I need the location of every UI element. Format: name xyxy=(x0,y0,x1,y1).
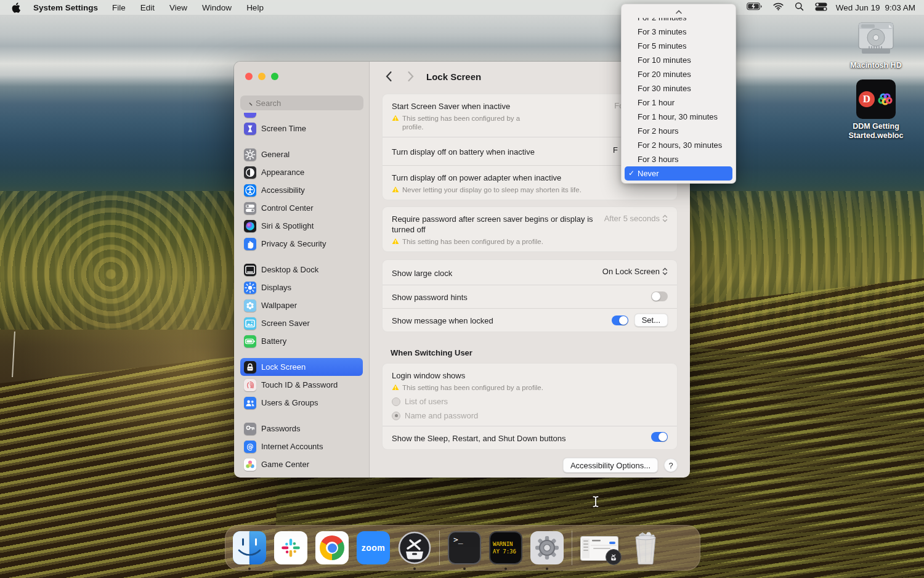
general-icon xyxy=(244,149,256,161)
login-window-row: Login window shows This setting has been… xyxy=(383,364,677,426)
close-button[interactable] xyxy=(245,73,253,80)
passwords-key-icon xyxy=(244,423,256,435)
menubar-window[interactable]: Window xyxy=(195,3,238,12)
menu-item-for-20-minutes[interactable]: For 20 minutes xyxy=(622,67,736,81)
profile-warning: This setting has been configured by a pr… xyxy=(392,237,668,246)
dock-terminal[interactable]: >_ xyxy=(448,531,481,564)
sidebar-item-wallpaper[interactable]: Wallpaper xyxy=(240,296,363,314)
sidebar-item-control-center[interactable]: Control Center xyxy=(240,199,363,217)
dock-app-store[interactable] xyxy=(398,531,431,564)
clock-hints-message-card: Show large clock On Lock Screen Show pas… xyxy=(382,259,678,332)
set-message-button[interactable]: Set... xyxy=(634,314,668,327)
search-input[interactable] xyxy=(256,99,354,108)
battery-display-select[interactable]: F xyxy=(613,145,618,155)
minimize-button[interactable] xyxy=(258,73,265,80)
spotlight-search-icon[interactable] xyxy=(795,2,804,13)
back-button[interactable] xyxy=(382,70,395,83)
dock-chrome[interactable] xyxy=(315,531,349,564)
sidebar-item-battery[interactable]: Battery xyxy=(240,332,363,350)
menu-item-for-30-minutes[interactable]: For 30 minutes xyxy=(622,81,736,96)
wifi-icon[interactable] xyxy=(773,2,784,12)
menu-item-for-10-minutes[interactable]: For 10 minutes xyxy=(622,53,736,67)
radio-name-and-password[interactable]: Name and password xyxy=(392,411,668,420)
sidebar-item-passwords[interactable]: Passwords xyxy=(240,420,363,438)
dock-trash[interactable] xyxy=(629,531,662,564)
sidebar-item-appearance[interactable]: Appearance xyxy=(240,163,363,181)
menubar-clock[interactable]: Wed Jun 19 9:03 AM xyxy=(836,3,915,12)
wallpaper-flower-icon xyxy=(244,299,256,312)
minimized-window-thumbnail xyxy=(580,536,618,561)
sidebar-item-touch-id[interactable]: Touch ID & Password xyxy=(240,376,363,394)
hard-drive-icon xyxy=(857,21,895,58)
help-button[interactable]: ? xyxy=(664,458,678,472)
control-center-icon xyxy=(244,202,256,214)
dock-zoom[interactable]: zoom xyxy=(357,531,390,564)
password-hints-row: Show password hints xyxy=(383,285,677,308)
sidebar-item-lock-screen[interactable]: Lock Screen xyxy=(240,358,363,376)
menu-item-for-2-hours-30-minutes[interactable]: For 2 hours, 30 minutes xyxy=(622,138,736,152)
sidebar-item-accessibility[interactable]: Accessibility xyxy=(240,181,363,199)
sidebar-item-desktop-dock[interactable]: Desktop & Dock xyxy=(240,261,363,279)
menu-item-never[interactable]: ✓ Never xyxy=(625,166,732,181)
sidebar-item-internet-accounts[interactable]: @ Internet Accounts xyxy=(240,438,363,455)
menubar-date: Wed Jun 19 xyxy=(836,3,880,12)
menubar-app-name[interactable]: System Settings xyxy=(27,3,104,12)
large-clock-select[interactable]: On Lock Screen xyxy=(602,267,668,276)
search-icon xyxy=(245,97,253,108)
profile-warning: This setting has been configured by a pr… xyxy=(392,114,530,131)
menu-item-for-2-hours[interactable]: For 2 hours xyxy=(622,124,736,138)
menu-scroll-up[interactable] xyxy=(622,5,735,18)
dock-terminal-warning[interactable]: WARNIN AY 7:36 xyxy=(489,531,522,564)
sidebar-item-game-center[interactable]: Game Center xyxy=(240,455,363,473)
dock-finder[interactable] xyxy=(233,531,266,564)
sidebar-item-screen-saver[interactable]: Screen Saver xyxy=(240,314,363,332)
desktop-icon-macintosh-hd[interactable]: Macintosh HD xyxy=(837,21,915,71)
menu-item-for-3-hours[interactable]: For 3 hours xyxy=(622,152,736,166)
battery-icon xyxy=(244,335,256,348)
chrome-icon xyxy=(315,531,349,564)
radio-list-of-users[interactable]: List of users xyxy=(392,397,668,406)
updown-chevron-icon xyxy=(662,267,668,275)
sidebar-item-general[interactable]: General xyxy=(240,145,363,163)
sidebar-item-privacy-security[interactable]: Privacy & Security xyxy=(240,235,363,253)
apple-menu-icon[interactable] xyxy=(5,2,26,13)
password-hints-toggle[interactable] xyxy=(651,291,668,301)
sidebar-search[interactable] xyxy=(240,96,363,110)
locked-message-row: Show message when locked Set... xyxy=(383,308,677,332)
dock-minimized-window[interactable] xyxy=(580,531,621,564)
checkmark-icon: ✓ xyxy=(628,166,634,181)
sidebar-item-partial[interactable] xyxy=(240,113,363,119)
touch-id-icon xyxy=(244,379,256,391)
dock-system-settings[interactable] xyxy=(530,531,564,564)
siri-icon xyxy=(244,220,256,232)
menu-item-for-5-minutes[interactable]: For 5 minutes xyxy=(622,39,736,53)
sidebar-item-displays[interactable]: Displays xyxy=(240,279,363,296)
menubar-edit[interactable]: Edit xyxy=(134,3,161,12)
zoom-button[interactable] xyxy=(271,73,278,80)
dock-slack[interactable] xyxy=(274,531,307,564)
internet-accounts-icon: @ xyxy=(244,441,256,453)
menu-item-for-1-hour[interactable]: For 1 hour xyxy=(622,96,736,110)
menubar-view[interactable]: View xyxy=(163,3,194,12)
battery-charging-icon[interactable] xyxy=(747,2,762,12)
menu-item-for-1-hour-30-minutes[interactable]: For 1 hour, 30 minutes xyxy=(622,110,736,124)
menubar-help[interactable]: Help xyxy=(240,3,270,12)
sidebar-item-siri-spotlight[interactable]: Siri & Spotlight xyxy=(240,217,363,235)
warning-icon xyxy=(392,115,399,121)
control-center-icon[interactable] xyxy=(815,2,827,13)
sidebar-item-screen-time[interactable]: Screen Time xyxy=(240,120,363,137)
accessibility-options-button[interactable]: Accessibility Options... xyxy=(563,458,658,473)
menu-item-for-3-minutes[interactable]: For 3 minutes xyxy=(622,25,736,39)
dock-separator xyxy=(439,531,440,565)
pane-footer: Accessibility Options... ? xyxy=(382,458,678,473)
locked-message-toggle[interactable] xyxy=(612,315,628,325)
forward-button[interactable] xyxy=(404,70,418,83)
section-title: When Switching User xyxy=(391,348,678,357)
desktop-icon-ddm-webloc[interactable]: D DDM Getting Started.webloc xyxy=(837,79,915,141)
sidebar-item-users-groups[interactable]: Users & Groups xyxy=(240,394,363,412)
dock-separator xyxy=(572,531,572,565)
game-center-icon xyxy=(244,458,256,471)
menubar-file[interactable]: File xyxy=(105,3,132,12)
require-password-select[interactable]: After 5 seconds xyxy=(604,214,668,223)
sleep-buttons-toggle[interactable] xyxy=(651,432,668,442)
